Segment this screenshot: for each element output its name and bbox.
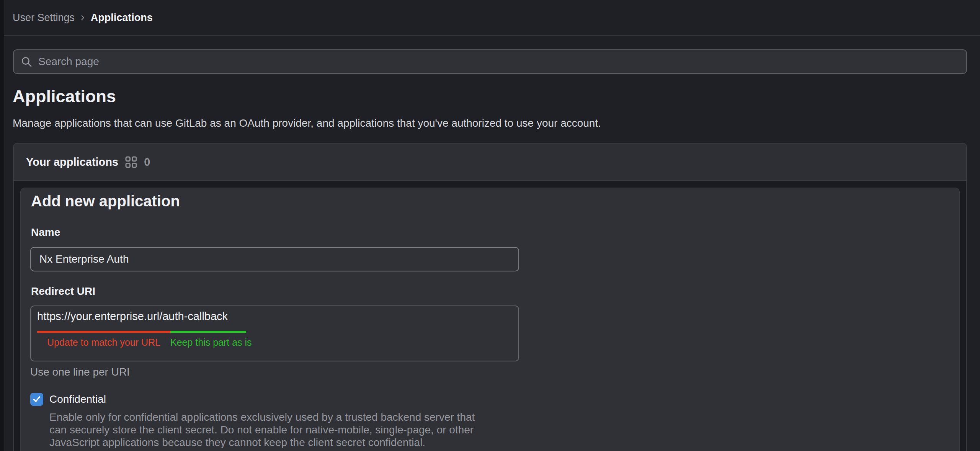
- window-left-edge: [0, 0, 4, 451]
- confidential-label[interactable]: Confidential: [49, 393, 106, 405]
- chevron-right-icon: ›: [81, 11, 85, 23]
- annotation-update-url: Update to match your URL: [37, 337, 170, 348]
- check-icon: [33, 395, 41, 404]
- your-applications-header: Your applications 0: [14, 144, 966, 181]
- uri-annotation-underline: [37, 331, 246, 333]
- applications-count-badge: 0: [144, 156, 150, 168]
- red-underline: [37, 331, 170, 333]
- search-bar[interactable]: [13, 49, 967, 74]
- help-line: JavaScript applications because they can…: [49, 436, 475, 449]
- breadcrumb-bar: User Settings › Applications: [0, 0, 980, 36]
- breadcrumb: User Settings › Applications: [13, 12, 153, 24]
- confidential-row: Confidential: [30, 393, 106, 406]
- help-line: Enable only for confidential application…: [49, 411, 475, 423]
- redirect-uri-textarea[interactable]: https://your.enterprise.url/auth-callbac…: [30, 306, 519, 361]
- breadcrumb-applications: Applications: [91, 12, 153, 24]
- page-description: Manage applications that can use GitLab …: [13, 117, 601, 129]
- redirect-uri-label: Redirect URI: [31, 285, 95, 297]
- search-icon: [21, 56, 32, 67]
- applications-grid-icon: [125, 156, 137, 168]
- applications-settings-page: User Settings › Applications Application…: [0, 0, 980, 451]
- help-line: can securely store the client secret. Do…: [49, 423, 475, 436]
- add-application-card: Add new application Name Redirect URI ht…: [20, 188, 960, 451]
- confidential-checkbox[interactable]: [30, 393, 43, 406]
- annotation-keep-part: Keep this part as is: [170, 337, 246, 348]
- redirect-uri-hint: Use one line per URI: [30, 366, 130, 378]
- page-title: Applications: [13, 87, 116, 106]
- name-input[interactable]: [30, 247, 519, 271]
- redirect-uri-value: https://your.enterprise.url/auth-callbac…: [37, 310, 228, 323]
- breadcrumb-user-settings[interactable]: User Settings: [13, 12, 75, 24]
- search-input[interactable]: [38, 55, 959, 68]
- name-label: Name: [31, 226, 60, 239]
- card-title: Add new application: [31, 193, 180, 210]
- confidential-help-text: Enable only for confidential application…: [49, 411, 475, 449]
- your-applications-title: Your applications: [26, 156, 118, 168]
- green-underline: [170, 331, 246, 333]
